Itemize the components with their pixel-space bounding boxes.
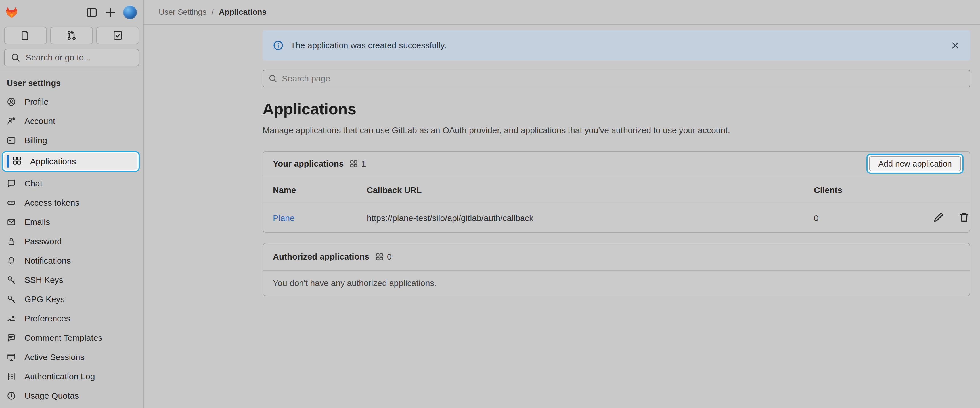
sidebar-item-gpg-keys[interactable]: GPG Keys bbox=[3, 291, 140, 308]
sidebar-item-label: Profile bbox=[24, 97, 49, 107]
delete-application-button[interactable] bbox=[958, 212, 970, 223]
edit-application-button[interactable] bbox=[933, 212, 944, 223]
sidebar-item-billing[interactable]: Billing bbox=[3, 132, 140, 149]
breadcrumb-parent[interactable]: User Settings bbox=[159, 8, 207, 17]
column-header-callback-url: Callback URL bbox=[367, 176, 814, 204]
gitlab-logo-icon[interactable] bbox=[5, 6, 19, 19]
sidebar-shortcuts bbox=[0, 25, 143, 44]
sidebar-item-label: Usage Quotas bbox=[24, 391, 79, 401]
sidebar-item-emails[interactable]: Emails bbox=[3, 213, 140, 231]
sidebar-item-profile[interactable]: Profile bbox=[3, 93, 140, 111]
authorized-applications-title: Authorized applications bbox=[273, 252, 369, 262]
sidebar-item-comment-templates[interactable]: Comment Templates bbox=[3, 329, 140, 347]
trash-icon bbox=[958, 212, 970, 223]
sidebar-item-label: Applications bbox=[30, 157, 76, 166]
notifications-icon bbox=[7, 256, 16, 265]
chat-icon bbox=[7, 179, 16, 188]
sidebar-item-account[interactable]: Account bbox=[3, 112, 140, 130]
pencil-icon bbox=[933, 212, 944, 223]
applications-table: Name Callback URL Clients Plane https://… bbox=[263, 176, 970, 232]
applications-grid-icon bbox=[350, 160, 358, 168]
page-title: Applications bbox=[262, 100, 970, 118]
page-search-input[interactable] bbox=[282, 73, 965, 84]
your-applications-card: Your applications 1 Add new application … bbox=[262, 151, 970, 233]
panel-left-icon bbox=[86, 6, 98, 19]
todo-list-icon bbox=[113, 30, 123, 41]
sidebar-item-ssh-keys[interactable]: SSH Keys bbox=[3, 271, 140, 289]
key-icon bbox=[7, 295, 16, 304]
todo-list-shortcut-button[interactable] bbox=[96, 27, 139, 44]
breadcrumb-separator: / bbox=[212, 8, 214, 17]
global-search-button[interactable]: Search or go to... bbox=[4, 49, 139, 67]
sidebar-item-authentication-log[interactable]: Authentication Log bbox=[3, 368, 140, 385]
sidebar-item-label: Access tokens bbox=[24, 198, 79, 208]
sidebar-item-label: SSH Keys bbox=[24, 275, 63, 285]
breadcrumb-current: Applications bbox=[219, 8, 267, 17]
main-area: The application was created successfully… bbox=[144, 25, 980, 296]
issues-shortcut-button[interactable] bbox=[4, 27, 47, 44]
sidebar-item-preferences[interactable]: Preferences bbox=[3, 310, 140, 327]
sidebar-toggle-button[interactable] bbox=[86, 6, 98, 19]
close-icon bbox=[950, 41, 960, 50]
sidebar-item-label: Chat bbox=[24, 179, 42, 188]
password-icon bbox=[7, 237, 16, 246]
column-header-clients: Clients bbox=[814, 176, 873, 204]
content-header: User Settings / Applications bbox=[144, 0, 980, 25]
account-icon bbox=[7, 117, 16, 126]
callback-url-cell: https://plane-test/silo/api/gitlab/auth/… bbox=[367, 204, 814, 232]
authorized-applications-header: Authorized applications 0 bbox=[263, 243, 970, 270]
sidebar-item-access-tokens[interactable]: Access tokens bbox=[3, 194, 140, 212]
billing-icon bbox=[7, 136, 16, 145]
applications-grid-icon bbox=[375, 253, 383, 261]
authentication-log-icon bbox=[7, 372, 16, 381]
sidebar-item-label: Active Sessions bbox=[24, 352, 84, 362]
authorized-applications-card: Authorized applications 0 You don't have… bbox=[262, 243, 970, 296]
page-search-field bbox=[262, 70, 970, 87]
create-new-button[interactable] bbox=[105, 6, 116, 19]
sidebar-item-applications[interactable]: Applications bbox=[2, 151, 140, 172]
global-search-label: Search or go to... bbox=[25, 53, 91, 62]
sidebar-item-notifications[interactable]: Notifications bbox=[3, 252, 140, 270]
sidebar-item-label: Notifications bbox=[24, 256, 71, 265]
access-tokens-icon bbox=[7, 198, 16, 207]
sidebar-item-label: Comment Templates bbox=[24, 333, 102, 343]
row-actions-cell bbox=[873, 204, 970, 232]
authorized-applications-empty-message: You don't have any authorized applicatio… bbox=[263, 271, 970, 296]
your-applications-title: Your applications bbox=[273, 159, 344, 168]
plus-icon bbox=[105, 6, 116, 19]
sidebar-item-chat[interactable]: Chat bbox=[3, 175, 140, 192]
content-area: User Settings / Applications The applica… bbox=[144, 0, 980, 408]
search-icon bbox=[11, 53, 21, 62]
sidebar-item-label: Authentication Log bbox=[24, 371, 95, 381]
sidebar-item-usage-quotas[interactable]: Usage Quotas bbox=[3, 387, 140, 405]
active-sessions-icon bbox=[7, 352, 16, 362]
info-icon bbox=[273, 40, 283, 51]
sidebar-item-active-sessions[interactable]: Active Sessions bbox=[3, 348, 140, 366]
column-header-name: Name bbox=[263, 176, 367, 204]
sidebar-item-password[interactable]: Password bbox=[3, 233, 140, 250]
authorized-applications-count: 0 bbox=[387, 252, 392, 262]
avatar[interactable] bbox=[123, 6, 137, 19]
gitlab-app: Search or go to... User settings Profile… bbox=[0, 0, 980, 408]
comment-templates-icon bbox=[7, 333, 16, 343]
sidebar-item-label: Password bbox=[24, 237, 62, 246]
table-header-row: Name Callback URL Clients bbox=[263, 176, 970, 204]
preferences-icon bbox=[7, 314, 16, 323]
key-icon bbox=[7, 276, 16, 284]
active-item-indicator bbox=[7, 155, 9, 168]
sidebar-item-label: Emails bbox=[24, 217, 50, 227]
sidebar-item-label: Billing bbox=[24, 136, 47, 145]
table-row: Plane https://plane-test/silo/api/gitlab… bbox=[263, 204, 970, 232]
application-link[interactable]: Plane bbox=[273, 213, 295, 223]
merge-requests-icon bbox=[66, 30, 77, 41]
add-new-application-button[interactable]: Add new application bbox=[869, 156, 961, 171]
sidebar-heading: User settings bbox=[7, 78, 143, 88]
merge-requests-shortcut-button[interactable] bbox=[50, 27, 93, 44]
clients-cell: 0 bbox=[814, 204, 873, 232]
user-settings-nav: Profile Account Billing Applications Cha… bbox=[0, 93, 143, 406]
sidebar-item-label: Preferences bbox=[24, 314, 70, 324]
search-icon bbox=[268, 74, 277, 83]
your-applications-header: Your applications 1 Add new application bbox=[263, 151, 970, 176]
sidebar-top-bar bbox=[0, 0, 143, 25]
alert-close-button[interactable] bbox=[950, 41, 960, 50]
